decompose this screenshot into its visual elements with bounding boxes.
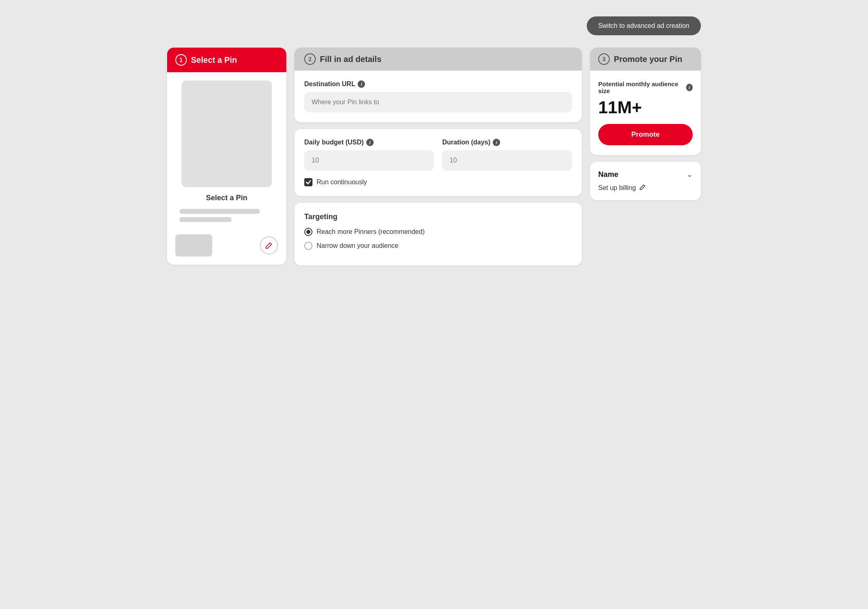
targeting-section: Targeting Reach more Pinners (recommende…: [294, 203, 582, 266]
panel1-title: Select a Pin: [191, 55, 237, 65]
setup-billing-text: Set up billing: [598, 184, 636, 192]
daily-budget-input[interactable]: [304, 150, 434, 171]
panel-select-pin: 1 Select a Pin Select a Pin: [167, 48, 286, 265]
billing-section: Name ⌄ Set up billing: [590, 162, 701, 200]
reach-more-radio[interactable]: [304, 228, 312, 236]
budget-label: Daily budget (USD) i: [304, 139, 434, 146]
meta-line-short: [179, 217, 232, 222]
pin-meta-lines: [175, 209, 278, 222]
destination-url-section: Destination URL i: [294, 71, 582, 122]
meta-line-long: [179, 209, 260, 214]
reach-more-pinners-option[interactable]: Reach more Pinners (recommended): [304, 228, 572, 236]
audience-size-value: 11M+: [598, 98, 693, 117]
run-continuously-checkbox[interactable]: [304, 178, 312, 186]
top-bar: Switch to advanced ad creation: [167, 16, 701, 35]
billing-header-row: Name ⌄: [598, 170, 693, 179]
checkmark-icon: [305, 179, 311, 185]
audience-label-text: Potential monthly audience size: [598, 80, 684, 94]
run-continuously-row[interactable]: Run continuously: [304, 178, 572, 186]
audience-size-label: Potential monthly audience size i: [598, 80, 693, 94]
chevron-down-icon[interactable]: ⌄: [687, 170, 693, 179]
narrow-down-radio[interactable]: [304, 242, 312, 250]
billing-name: Name: [598, 170, 618, 179]
step3-circle: 3: [598, 53, 610, 65]
audience-info-icon[interactable]: i: [686, 84, 693, 91]
panel3-title: Promote your Pin: [614, 55, 682, 64]
destination-url-input[interactable]: [304, 92, 572, 112]
pin-bottom-row: [167, 230, 286, 265]
setup-billing-row: Set up billing: [598, 184, 693, 192]
budget-duration-row: Daily budget (USD) i Duration (days) i: [304, 139, 572, 171]
pencil-icon: [265, 242, 273, 249]
duration-info-icon[interactable]: i: [493, 139, 500, 146]
reach-more-label: Reach more Pinners (recommended): [317, 228, 425, 236]
pin-image-placeholder: [181, 80, 272, 187]
budget-field: Daily budget (USD) i: [304, 139, 434, 171]
pin-thumb-placeholder: [175, 234, 212, 256]
destination-url-label-text: Destination URL: [304, 80, 355, 88]
panel2-title: Fill in ad details: [320, 55, 381, 64]
budget-info-icon[interactable]: i: [366, 139, 374, 146]
budget-section-body: Daily budget (USD) i Duration (days) i: [294, 129, 582, 196]
main-layout: 1 Select a Pin Select a Pin 2: [167, 48, 701, 266]
step1-circle: 1: [175, 54, 187, 66]
pin-preview-area: Select a Pin: [167, 72, 286, 230]
panel1-header: 1 Select a Pin: [167, 48, 286, 72]
switch-advanced-btn[interactable]: Switch to advanced ad creation: [587, 16, 701, 35]
panel3-header: 3 Promote your Pin: [590, 48, 701, 71]
promote-top-section: 3 Promote your Pin Potential monthly aud…: [590, 48, 701, 155]
panel-ad-details: 2 Fill in ad details Destination URL i D…: [294, 48, 582, 266]
pin-edit-button[interactable]: [260, 236, 278, 254]
panel-promote: 3 Promote your Pin Potential monthly aud…: [590, 48, 701, 200]
narrow-down-label: Narrow down your audience: [317, 242, 398, 250]
reach-more-radio-inner: [306, 230, 310, 234]
destination-url-label: Destination URL i: [304, 80, 572, 88]
targeting-section-body: Targeting Reach more Pinners (recommende…: [294, 203, 582, 266]
targeting-title: Targeting: [304, 213, 572, 221]
promote-button[interactable]: Promote: [598, 124, 693, 145]
panel2-section-header: 2 Fill in ad details Destination URL i: [294, 48, 582, 122]
edit-billing-icon[interactable]: [639, 184, 646, 192]
duration-label: Duration (days) i: [442, 139, 572, 146]
duration-field: Duration (days) i: [442, 139, 572, 171]
duration-label-text: Duration (days): [442, 139, 490, 146]
budget-label-text: Daily budget (USD): [304, 139, 364, 146]
narrow-down-option[interactable]: Narrow down your audience: [304, 242, 572, 250]
promote-body: Potential monthly audience size i 11M+ P…: [590, 71, 701, 155]
step2-circle: 2: [304, 53, 316, 65]
run-continuously-label: Run continuously: [317, 179, 367, 186]
budget-duration-section: Daily budget (USD) i Duration (days) i: [294, 129, 582, 196]
panel2-header: 2 Fill in ad details: [294, 48, 582, 71]
select-pin-label: Select a Pin: [206, 194, 247, 202]
destination-url-info-icon[interactable]: i: [358, 80, 365, 88]
duration-input[interactable]: [442, 150, 572, 171]
